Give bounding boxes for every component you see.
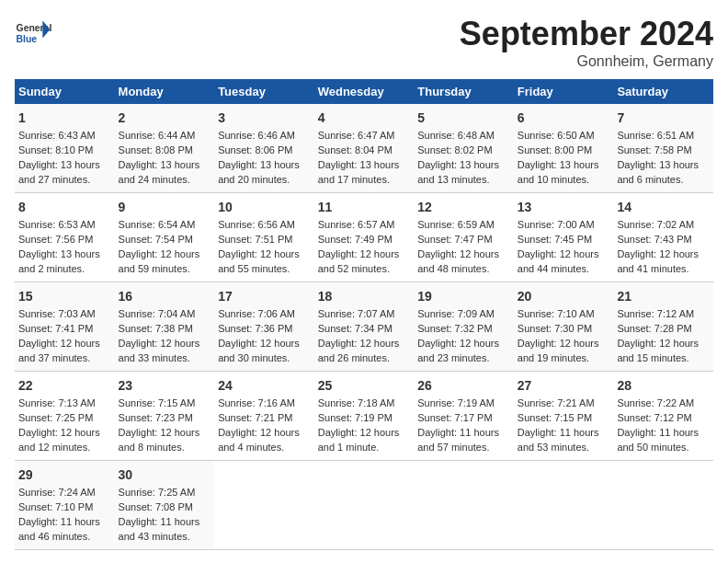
day-17: 17Sunrise: 7:06 AMSunset: 7:36 PMDayligh… (214, 282, 314, 372)
col-friday: Friday (514, 79, 614, 104)
day-13: 13Sunrise: 7:00 AMSunset: 7:45 PMDayligh… (514, 193, 614, 282)
day-21: 21Sunrise: 7:12 AMSunset: 7:28 PMDayligh… (613, 282, 713, 372)
day-8: 8Sunrise: 6:53 AMSunset: 7:56 PMDaylight… (15, 193, 115, 282)
day-14: 14Sunrise: 7:02 AMSunset: 7:43 PMDayligh… (613, 193, 713, 282)
day-26: 26Sunrise: 7:19 AMSunset: 7:17 PMDayligh… (414, 372, 514, 461)
col-tuesday: Tuesday (214, 79, 314, 104)
day-2: 2Sunrise: 6:44 AMSunset: 8:08 PMDaylight… (115, 104, 215, 193)
day-6: 6Sunrise: 6:50 AMSunset: 8:00 PMDaylight… (514, 104, 614, 193)
svg-text:Blue: Blue (17, 34, 38, 44)
week-row-3: 15Sunrise: 7:03 AMSunset: 7:41 PMDayligh… (15, 282, 713, 372)
week-row-2: 8Sunrise: 6:53 AMSunset: 7:56 PMDaylight… (15, 193, 713, 282)
col-wednesday: Wednesday (314, 79, 415, 104)
day-24: 24Sunrise: 7:16 AMSunset: 7:21 PMDayligh… (214, 372, 314, 461)
day-4: 4Sunrise: 6:47 AMSunset: 8:04 PMDaylight… (314, 104, 415, 193)
day-19: 19Sunrise: 7:09 AMSunset: 7:32 PMDayligh… (414, 282, 514, 372)
day-11: 11Sunrise: 6:57 AMSunset: 7:49 PMDayligh… (314, 193, 415, 282)
calendar-header-row: Sunday Monday Tuesday Wednesday Thursday… (15, 79, 713, 104)
empty-cell (414, 461, 514, 550)
day-30: 30Sunrise: 7:25 AMSunset: 7:08 PMDayligh… (115, 461, 215, 550)
col-monday: Monday (115, 79, 215, 104)
calendar-table: Sunday Monday Tuesday Wednesday Thursday… (15, 79, 713, 550)
week-row-1: 1Sunrise: 6:43 AMSunset: 8:10 PMDaylight… (15, 104, 713, 193)
col-thursday: Thursday (414, 79, 514, 104)
col-saturday: Saturday (613, 79, 713, 104)
day-18: 18Sunrise: 7:07 AMSunset: 7:34 PMDayligh… (314, 282, 415, 372)
day-29: 29Sunrise: 7:24 AMSunset: 7:10 PMDayligh… (15, 461, 115, 550)
day-12: 12Sunrise: 6:59 AMSunset: 7:47 PMDayligh… (414, 193, 514, 282)
month-title: September 2024 (460, 15, 713, 53)
day-1: 1Sunrise: 6:43 AMSunset: 8:10 PMDaylight… (15, 104, 115, 193)
day-20: 20Sunrise: 7:10 AMSunset: 7:30 PMDayligh… (514, 282, 614, 372)
page-header: General Blue September 2024 Gonnheim, Ge… (15, 15, 713, 70)
week-row-4: 22Sunrise: 7:13 AMSunset: 7:25 PMDayligh… (15, 372, 713, 461)
day-15: 15Sunrise: 7:03 AMSunset: 7:41 PMDayligh… (15, 282, 115, 372)
title-block: September 2024 Gonnheim, Germany (460, 15, 713, 70)
day-25: 25Sunrise: 7:18 AMSunset: 7:19 PMDayligh… (314, 372, 415, 461)
day-16: 16Sunrise: 7:04 AMSunset: 7:38 PMDayligh… (115, 282, 215, 372)
day-9: 9Sunrise: 6:54 AMSunset: 7:54 PMDaylight… (115, 193, 215, 282)
col-sunday: Sunday (15, 79, 115, 104)
day-23: 23Sunrise: 7:15 AMSunset: 7:23 PMDayligh… (115, 372, 215, 461)
day-5: 5Sunrise: 6:48 AMSunset: 8:02 PMDaylight… (414, 104, 514, 193)
week-row-5: 29Sunrise: 7:24 AMSunset: 7:10 PMDayligh… (15, 461, 713, 550)
day-28: 28Sunrise: 7:22 AMSunset: 7:12 PMDayligh… (613, 372, 713, 461)
location: Gonnheim, Germany (460, 53, 713, 70)
day-22: 22Sunrise: 7:13 AMSunset: 7:25 PMDayligh… (15, 372, 115, 461)
day-7: 7Sunrise: 6:51 AMSunset: 7:58 PMDaylight… (613, 104, 713, 193)
day-27: 27Sunrise: 7:21 AMSunset: 7:15 PMDayligh… (514, 372, 614, 461)
empty-cell (613, 461, 713, 550)
day-3: 3Sunrise: 6:46 AMSunset: 8:06 PMDaylight… (214, 104, 314, 193)
day-10: 10Sunrise: 6:56 AMSunset: 7:51 PMDayligh… (214, 193, 314, 282)
empty-cell (214, 461, 314, 550)
logo: General Blue (15, 15, 55, 52)
empty-cell (514, 461, 614, 550)
empty-cell (314, 461, 415, 550)
